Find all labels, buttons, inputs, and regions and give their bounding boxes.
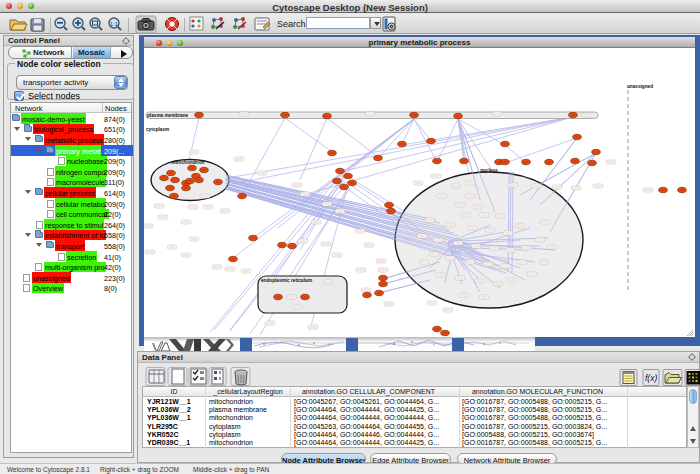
svg-text:plasma membrane: plasma membrane	[147, 113, 189, 118]
svg-text:f(x): f(x)	[645, 373, 657, 383]
svg-text:cytoplasm: cytoplasm	[146, 127, 169, 132]
svg-text:nucleus: nucleus	[480, 168, 498, 173]
svg-text:1:1: 1:1	[110, 21, 119, 27]
svg-text:endoplasmic reticulum: endoplasmic reticulum	[261, 278, 312, 283]
svg-text:mitochondrion: mitochondrion	[172, 160, 205, 165]
svg-text:unassigned: unassigned	[627, 84, 653, 89]
